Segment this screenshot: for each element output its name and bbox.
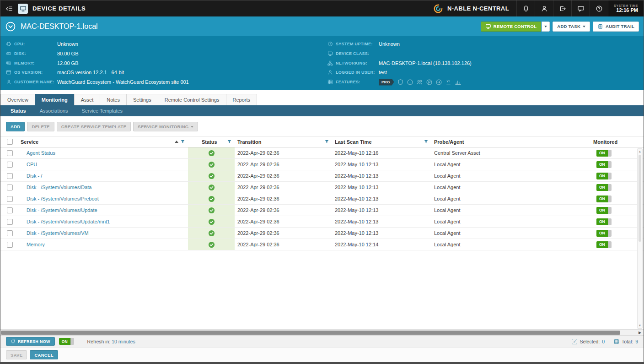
monitor-icon (20, 5, 27, 12)
save-button[interactable]: SAVE (6, 350, 27, 359)
row-checkbox[interactable] (7, 207, 13, 213)
tab-monitoring[interactable]: Monitoring (35, 94, 75, 105)
row-checkbox[interactable] (7, 196, 13, 202)
service-link[interactable]: CPU (27, 162, 37, 167)
info-label: CPU: (14, 42, 54, 46)
status-ok-icon (208, 218, 215, 225)
service-link[interactable]: Disk - /System/Volumes/Preboot (27, 196, 99, 201)
collapse-panel-icon[interactable] (5, 21, 16, 32)
chevron-down-icon (191, 126, 193, 128)
horizontal-scrollbar[interactable]: ▶ (0, 329, 644, 335)
service-link[interactable]: Memory (27, 242, 45, 247)
column-service[interactable]: Service (21, 139, 38, 145)
remote-control-button[interactable]: REMOTE CONTROL (481, 22, 541, 32)
vertical-scrollbar[interactable]: ▲ ▼ (637, 148, 643, 329)
add-task-button[interactable]: ADD TASK (553, 22, 590, 32)
tab-remote-control-settings[interactable]: Remote Control Settings (158, 94, 226, 105)
audit-trail-button[interactable]: AUDIT TRAIL (593, 22, 639, 32)
scroll-down-arrow[interactable]: ▼ (638, 324, 642, 327)
horizontal-scrollbar-thumb[interactable] (1, 331, 620, 335)
service-link[interactable]: Disk - /System/Volumes/VM (27, 230, 89, 236)
sidebar-collapse-icon[interactable] (5, 5, 13, 13)
row-checkbox[interactable] (7, 185, 13, 190)
refresh-bar: REFRESH NOW ON Refresh in: 10 minutes ✓ … (0, 335, 644, 347)
chart-icon (455, 79, 462, 86)
feedback-button[interactable] (571, 0, 590, 16)
column-transition[interactable]: Transition (237, 139, 262, 145)
monitored-toggle[interactable]: ON (596, 150, 612, 157)
service-link[interactable]: Agent Status (27, 150, 55, 156)
info-row-logged-in-user: LOGGED IN USER: test (327, 68, 638, 77)
tab-notes[interactable]: Notes (100, 94, 127, 105)
toggle-knob (608, 150, 612, 157)
row-checkbox[interactable] (7, 219, 13, 225)
chevron-down-icon (583, 26, 585, 27)
filter-icon[interactable] (324, 139, 329, 144)
service-link[interactable]: Disk - / (27, 173, 42, 179)
auto-refresh-toggle[interactable]: ON (59, 338, 74, 345)
notifications-button[interactable] (516, 0, 535, 16)
clock-icon (327, 41, 333, 47)
info-value: PRO (379, 79, 462, 86)
column-probe-agent[interactable]: Probe/Agent (434, 139, 464, 145)
table-row: Memory 2022-Apr-29 02:36 2022-May-10 12:… (0, 239, 644, 250)
remote-control-dropdown-button[interactable] (542, 22, 550, 32)
subtab-service-templates[interactable]: Service Templates (81, 108, 123, 114)
tab-overview[interactable]: Overview (0, 94, 35, 105)
service-monitoring-button[interactable]: SERVICE MONITORING (133, 122, 198, 131)
monitored-toggle[interactable]: ON (596, 218, 612, 225)
refresh-in-value[interactable]: 10 minutes (112, 339, 135, 344)
row-checkbox[interactable] (7, 242, 13, 248)
probe-agent-cell: Local Agent (431, 159, 590, 170)
monitored-toggle[interactable]: ON (596, 241, 612, 248)
scroll-right-arrow[interactable]: ▶ (637, 330, 643, 335)
status-ok-icon (208, 207, 215, 214)
subtab-associations[interactable]: Associations (40, 108, 68, 114)
total-label: Total: (622, 339, 633, 344)
system-time-value: 12:16 PM (616, 7, 638, 13)
transition-cell: 2022-Apr-29 02:36 (235, 170, 332, 181)
monitored-toggle[interactable]: ON (596, 173, 612, 179)
row-checkbox[interactable] (7, 162, 13, 168)
monitored-toggle[interactable]: ON (596, 161, 612, 168)
device-header: MAC-DESKTOP-1.local REMOTE CONTROL ADD T… (0, 16, 644, 36)
add-button[interactable]: ADD (6, 122, 25, 131)
subtab-status[interactable]: Status (11, 108, 26, 114)
refresh-now-button[interactable]: REFRESH NOW (6, 337, 55, 346)
filter-icon[interactable] (180, 139, 185, 144)
filter-icon[interactable] (424, 139, 429, 144)
select-all-checkbox[interactable] (7, 139, 13, 145)
remote-control-label: REMOTE CONTROL (494, 24, 537, 29)
info-label: OS VERSION: (14, 70, 54, 75)
row-checkbox[interactable] (7, 230, 13, 236)
monitored-toggle[interactable]: ON (596, 207, 612, 214)
monitored-toggle[interactable]: ON (596, 196, 612, 202)
monitored-toggle[interactable]: ON (596, 230, 612, 237)
probe-agent-cell: Local Agent (431, 205, 590, 216)
system-time: SYSTEM TIME 12:16 PM (608, 0, 644, 16)
column-status[interactable]: Status (202, 139, 217, 145)
vertical-scrollbar-thumb[interactable] (639, 155, 641, 242)
status-ok-icon (208, 196, 215, 202)
tab-settings[interactable]: Settings (126, 94, 158, 105)
refresh-now-label: REFRESH NOW (18, 339, 50, 344)
service-link[interactable]: Disk - /System/Volumes/Update (27, 207, 97, 213)
row-checkbox[interactable] (7, 150, 13, 156)
tab-reports[interactable]: Reports (226, 94, 258, 105)
monitored-toggle[interactable]: ON (596, 184, 612, 191)
sort-asc-icon[interactable] (175, 141, 178, 143)
column-last-scan-time[interactable]: Last Scan Time (335, 139, 372, 145)
service-link[interactable]: Disk - /System/Volumes/Data (27, 185, 91, 190)
filter-icon[interactable] (227, 139, 232, 144)
row-checkbox[interactable] (7, 173, 13, 179)
delete-button[interactable]: DELETE (27, 122, 54, 131)
tab-asset[interactable]: Asset (74, 94, 101, 105)
service-link[interactable]: Disk - /System/Volumes/Update/mnt1 (27, 219, 110, 224)
system-time-label: SYSTEM TIME (614, 4, 638, 7)
scroll-up-arrow[interactable]: ▲ (638, 150, 642, 153)
cancel-button[interactable]: CANCEL (30, 350, 58, 359)
account-button[interactable] (535, 0, 553, 16)
help-button[interactable] (590, 0, 608, 16)
logout-button[interactable] (553, 0, 571, 16)
create-service-template-button[interactable]: CREATE SERVICE TEMPLATE (57, 122, 131, 131)
